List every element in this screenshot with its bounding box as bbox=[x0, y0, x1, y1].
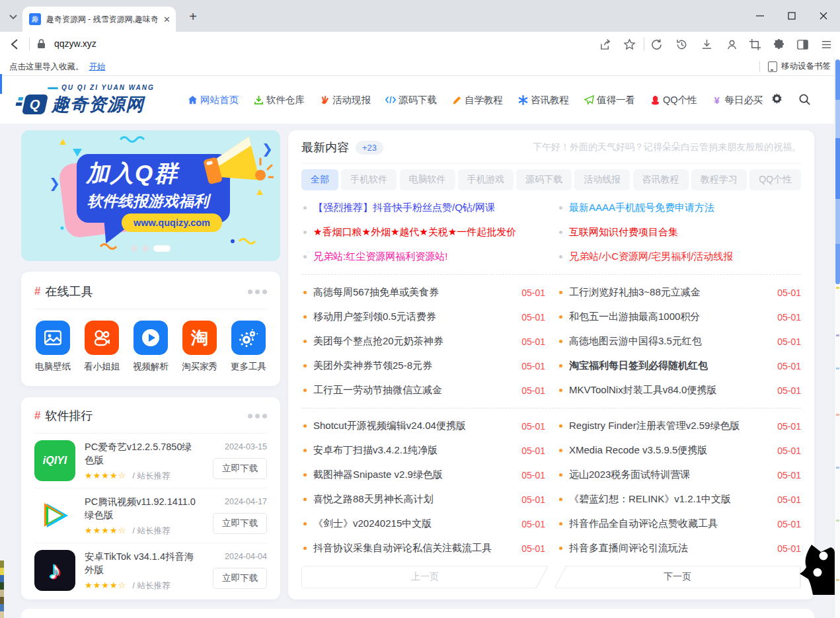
list-item[interactable]: 和包五一出游抽最高1000积分 05-01 bbox=[557, 305, 801, 329]
list-item[interactable]: 《碧蓝幻想：RELINK》v1.2.1中文版 05-01 bbox=[557, 487, 801, 512]
list-item[interactable]: 工行五一劳动节抽微信立减金 05-01 bbox=[301, 378, 545, 403]
settings-gear-icon[interactable] bbox=[771, 93, 783, 108]
list-item[interactable]: 美团外卖神券节领25-8元券 05-01 bbox=[301, 354, 545, 378]
category-tab[interactable]: 手机软件 bbox=[341, 169, 397, 190]
close-button[interactable] bbox=[814, 7, 833, 25]
list-item[interactable]: Shotcut开源视频编辑v24.04便携版 05-01 bbox=[301, 414, 545, 438]
mobile-bookmarks-label[interactable]: 移动设备书签 bbox=[781, 61, 831, 72]
nav-item-home[interactable]: 网站首页 bbox=[187, 94, 239, 106]
category-tab[interactable]: 手机游戏 bbox=[458, 169, 514, 190]
featured-link[interactable]: 最新AAAA手机靓号免费申请方法 bbox=[557, 196, 801, 220]
extensions-icon[interactable] bbox=[771, 37, 786, 52]
mobile-bookmarks-icon bbox=[768, 61, 777, 72]
featured-link[interactable]: 兄弟站/小C资源网/宅男福利/活动线报 bbox=[557, 245, 801, 269]
menu-icon[interactable] bbox=[819, 37, 833, 52]
rank-item-tencent[interactable]: PC腾讯视频v11.92.1411.0绿色版 ★★★★☆ / 站长推荐 2024… bbox=[34, 488, 267, 543]
minimize-button[interactable] bbox=[750, 7, 770, 25]
share-icon[interactable] bbox=[598, 37, 613, 52]
featured-left-column: 【强烈推荐】抖音快手粉丝点赞/Q钻/网课 ★香烟口粮★外烟★越代★关税★一件起批… bbox=[301, 196, 545, 269]
tool-wallpaper[interactable]: 电脑壁纸 bbox=[34, 321, 71, 373]
nav-item-worthy[interactable]: 值得一看 bbox=[584, 94, 635, 106]
category-tab[interactable]: 电脑软件 bbox=[400, 169, 455, 190]
cat-widget[interactable] bbox=[798, 542, 836, 595]
nav-item-software[interactable]: 软件仓库 bbox=[253, 94, 305, 106]
tool-video-parse[interactable]: 视频解析 bbox=[132, 321, 169, 373]
scrollbar-thumb[interactable] bbox=[835, 59, 840, 284]
list-item[interactable]: 高德地图云游中国得3.5元红包 05-01 bbox=[557, 329, 801, 354]
featured-link[interactable]: 互联网知识付费项目合集 bbox=[557, 220, 801, 245]
nav-item-qq[interactable]: QQ个性 bbox=[650, 94, 697, 106]
featured-link[interactable]: ★香烟口粮★外烟★越代★关税★一件起批发价 bbox=[301, 220, 545, 245]
banner-next-icon[interactable]: ❯ bbox=[262, 141, 273, 157]
nav-item-source[interactable]: 源码下载 bbox=[385, 94, 437, 106]
nav-item-daily[interactable]: ¥ 每日必买 bbox=[712, 94, 763, 106]
list-item[interactable]: Registry Finder注册表管理v2.59绿色版 05-01 bbox=[557, 414, 801, 438]
carousel-dots[interactable] bbox=[21, 245, 280, 252]
tab-search-chevron-icon[interactable] bbox=[5, 9, 21, 25]
sidebar-icon[interactable] bbox=[795, 37, 810, 52]
bullet-icon bbox=[559, 389, 562, 392]
tool-more[interactable]: 更多工具 bbox=[230, 321, 267, 373]
list-item[interactable]: 淘宝福利每日签到必得随机红包 05-01 bbox=[557, 354, 801, 378]
refresh-icon[interactable] bbox=[649, 37, 664, 52]
bookmark-start-link[interactable]: 开始 bbox=[89, 62, 106, 71]
scrollbar[interactable] bbox=[834, 57, 840, 618]
list-item[interactable]: 抖音多直播间评论引流玩法 05-01 bbox=[557, 536, 801, 560]
tab-favicon: 趣 bbox=[29, 13, 41, 25]
list-item[interactable]: XMedia Recode v3.5.9.5便携版 05-01 bbox=[557, 438, 801, 463]
category-tab[interactable]: QQ个性 bbox=[749, 169, 801, 190]
more-dots-icon[interactable] bbox=[248, 290, 267, 294]
site-logo[interactable]: QU QI ZI YUAN WANG Q 趣奇资源网 bbox=[24, 84, 163, 116]
banner-prev-icon[interactable]: ❯ bbox=[49, 175, 60, 191]
list-item[interactable]: 高德每周567抽免单或美食券 05-01 bbox=[301, 280, 545, 305]
bookmark-star-icon[interactable] bbox=[622, 37, 636, 52]
list-item[interactable]: 《剑士》v20240215中文版 05-01 bbox=[301, 512, 545, 536]
promo-banner[interactable]: 加入Q群 软件线报游戏福利 www.quqizy.com ❯ bbox=[21, 130, 280, 261]
list-item[interactable]: 抖音协议采集自动评论私信关注截流工具 05-01 bbox=[301, 536, 545, 560]
category-tab[interactable]: 活动线报 bbox=[574, 169, 630, 190]
prev-page-button[interactable]: 上一页 bbox=[301, 566, 549, 588]
category-tab[interactable]: 教程学习 bbox=[691, 169, 747, 190]
featured-link[interactable]: 【强烈推荐】抖音快手粉丝点赞/Q钻/网课 bbox=[301, 196, 545, 220]
next-page-button[interactable]: 下一页 bbox=[554, 566, 801, 588]
list-item[interactable]: 截图神器Snipaste v2.9绿色版 05-01 bbox=[301, 463, 545, 487]
list-item[interactable]: 喜悦之路88天男神长高计划 05-01 bbox=[301, 487, 545, 512]
list-item[interactable]: 安卓布丁扫描v3.4.2.1纯净版 05-01 bbox=[301, 438, 545, 463]
list-item[interactable]: 远山2023税务面试特训营课 05-01 bbox=[557, 463, 801, 487]
browser-tab[interactable]: 趣 趣奇资源网 - 残雪资源网,趣味奇… ✕ bbox=[22, 7, 176, 32]
list-item[interactable]: 移动用户签到领0.5元话费券 05-01 bbox=[301, 305, 545, 329]
download-now-button[interactable]: 立即下载 bbox=[213, 458, 267, 479]
nav-item-activity[interactable]: 活动现报 bbox=[319, 94, 371, 106]
list-item[interactable]: 抖音作品全自动评论点赞收藏工具 05-01 bbox=[557, 512, 801, 536]
maximize-button[interactable] bbox=[782, 7, 802, 25]
search-icon[interactable] bbox=[798, 93, 811, 108]
list-item[interactable]: 美团每个整点抢20元奶茶神券 05-01 bbox=[301, 329, 545, 354]
tiktok-icon: ♪ bbox=[34, 550, 75, 591]
back-button[interactable] bbox=[8, 37, 22, 52]
download-now-button[interactable]: 立即下载 bbox=[213, 568, 267, 589]
profile-icon[interactable] bbox=[724, 37, 739, 52]
category-tab[interactable]: 源码下载 bbox=[516, 169, 572, 190]
rank-title: 软件排行 bbox=[45, 408, 93, 424]
more-dots-icon[interactable] bbox=[248, 414, 267, 418]
tool-taobao[interactable]: 淘 淘买家秀 bbox=[181, 321, 218, 373]
tool-girls[interactable]: 看小姐姐 bbox=[83, 321, 120, 373]
new-tab-button[interactable]: + bbox=[185, 9, 201, 24]
nav-item-tutorial[interactable]: 自学教程 bbox=[451, 94, 503, 106]
download-now-button[interactable]: 立即下载 bbox=[213, 513, 267, 534]
address-bar[interactable]: qqzyw.xyz bbox=[54, 38, 96, 49]
list-item[interactable]: MKVToolNix封装工具v84.0便携版 05-01 bbox=[557, 378, 801, 403]
category-tab[interactable]: 全部 bbox=[301, 169, 338, 190]
nav-item-news[interactable]: 咨讯教程 bbox=[517, 94, 569, 106]
rank-item-iqiyi[interactable]: iQIYI PC爱奇艺v12.2.5.7850绿色版 ★★★★☆ / 站长推荐 … bbox=[34, 434, 267, 488]
tab-close-icon[interactable]: ✕ bbox=[163, 15, 171, 24]
download-icon[interactable] bbox=[699, 37, 714, 52]
tencent-video-icon bbox=[34, 495, 75, 536]
crop-icon[interactable] bbox=[747, 37, 762, 52]
featured-link[interactable]: 兄弟站:红尘资源网福利资源站! bbox=[301, 245, 545, 269]
list-item[interactable]: 工行浏览好礼抽3~88元立减金 05-01 bbox=[557, 280, 801, 305]
lock-icon[interactable] bbox=[37, 38, 46, 52]
category-tab[interactable]: 咨讯教程 bbox=[633, 169, 689, 190]
rank-item-tiktok[interactable]: ♪ 安卓TikTok v34.1.4抖音海外版 ★★★★☆ / 站长推荐 202… bbox=[34, 543, 267, 598]
history-icon[interactable] bbox=[674, 37, 689, 52]
